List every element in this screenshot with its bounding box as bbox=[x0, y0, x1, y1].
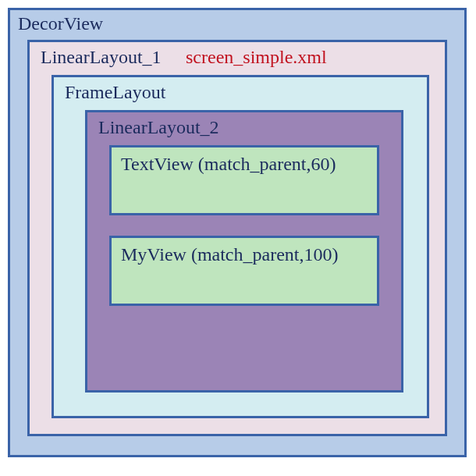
my-view-box: MyView (match_parent,100) bbox=[109, 236, 379, 306]
text-view-label: TextView (match_parent,60) bbox=[121, 154, 336, 174]
decor-view-box: DecorView LinearLayout_1 screen_simple.x… bbox=[8, 8, 467, 457]
decor-view-label: DecorView bbox=[18, 13, 103, 34]
my-view-label: MyView (match_parent,100) bbox=[121, 244, 338, 265]
frame-layout-label: FrameLayout bbox=[65, 82, 165, 103]
linear-layout-1-label: LinearLayout_1 bbox=[41, 47, 162, 68]
frame-layout-box: FrameLayout LinearLayout_2 TextView (mat… bbox=[52, 75, 429, 418]
linear-layout-2-label: LinearLayout_2 bbox=[98, 117, 219, 138]
linear-layout-1-file: screen_simple.xml bbox=[186, 47, 327, 68]
linear-layout-1-box: LinearLayout_1 screen_simple.xml FrameLa… bbox=[27, 40, 447, 436]
text-view-box: TextView (match_parent,60) bbox=[109, 145, 379, 215]
linear-layout-2-box: LinearLayout_2 TextView (match_parent,60… bbox=[85, 110, 403, 393]
